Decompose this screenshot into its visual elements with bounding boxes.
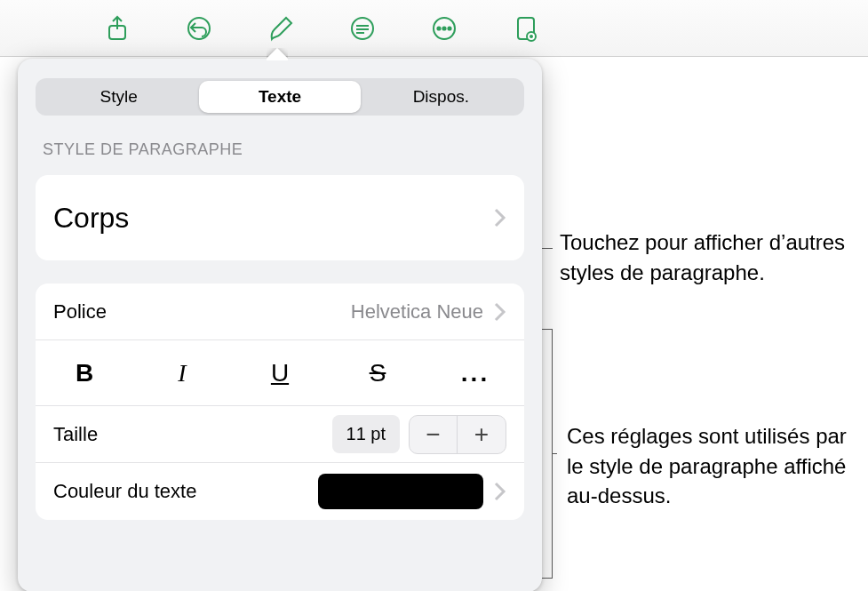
size-row: Taille 11 pt − + (36, 406, 524, 463)
text-settings-card: Police Helvetica Neue B I U S ... Taille… (36, 284, 524, 520)
svg-point-12 (530, 35, 533, 38)
chevron-right-icon (494, 208, 506, 228)
more-icon[interactable] (425, 9, 464, 48)
comment-icon[interactable] (343, 9, 382, 48)
popover-arrow (267, 48, 288, 60)
more-formatting-button[interactable]: ... (426, 340, 524, 405)
svg-point-8 (442, 27, 445, 29)
view-options-icon[interactable] (506, 9, 545, 48)
callout-leader (552, 453, 557, 454)
text-color-label: Couleur du texte (53, 480, 196, 503)
font-row[interactable]: Police Helvetica Neue (36, 284, 524, 340)
size-value[interactable]: 11 pt (332, 415, 400, 453)
text-color-row[interactable]: Couleur du texte (36, 463, 524, 520)
svg-point-9 (448, 27, 450, 29)
app-toolbar (0, 0, 868, 57)
callout-b-text: Ces réglages sont utilisés par le style … (567, 421, 868, 511)
section-label-paragraph-style: STYLE DE PARAGRAPHE (43, 140, 517, 159)
format-buttons-row: B I U S ... (36, 340, 524, 406)
font-label: Police (53, 300, 107, 323)
paragraph-style-value: Corps (53, 202, 129, 235)
bold-button[interactable]: B (36, 340, 133, 405)
italic-button[interactable]: I (133, 340, 231, 405)
svg-point-7 (437, 27, 440, 29)
font-value: Helvetica Neue (351, 300, 483, 323)
paragraph-style-card: Corps (36, 175, 524, 260)
paragraph-style-row[interactable]: Corps (36, 175, 524, 260)
size-label: Taille (53, 423, 98, 446)
callout-bracket-cap (542, 329, 553, 330)
underline-button[interactable]: U (231, 340, 329, 405)
segmented-control: Style Texte Dispos. (36, 78, 524, 116)
size-increase-button[interactable]: + (458, 416, 506, 453)
size-stepper: − + (409, 415, 506, 454)
chevron-right-icon (494, 482, 506, 501)
size-decrease-button[interactable]: − (410, 416, 458, 453)
strikethrough-button[interactable]: S (329, 340, 426, 405)
undo-icon[interactable] (179, 9, 219, 48)
callout-a-text: Touchez pour afficher d’autres styles de… (560, 228, 862, 287)
color-swatch (318, 474, 483, 509)
tab-layout[interactable]: Dispos. (361, 81, 522, 113)
tab-text[interactable]: Texte (199, 81, 360, 113)
chevron-right-icon (494, 302, 506, 322)
format-popover: Style Texte Dispos. STYLE DE PARAGRAPHE … (18, 59, 542, 591)
tab-style[interactable]: Style (38, 81, 199, 113)
callout-bracket-cap (542, 578, 553, 579)
format-brush-icon[interactable] (261, 9, 300, 48)
share-icon[interactable] (98, 9, 137, 48)
